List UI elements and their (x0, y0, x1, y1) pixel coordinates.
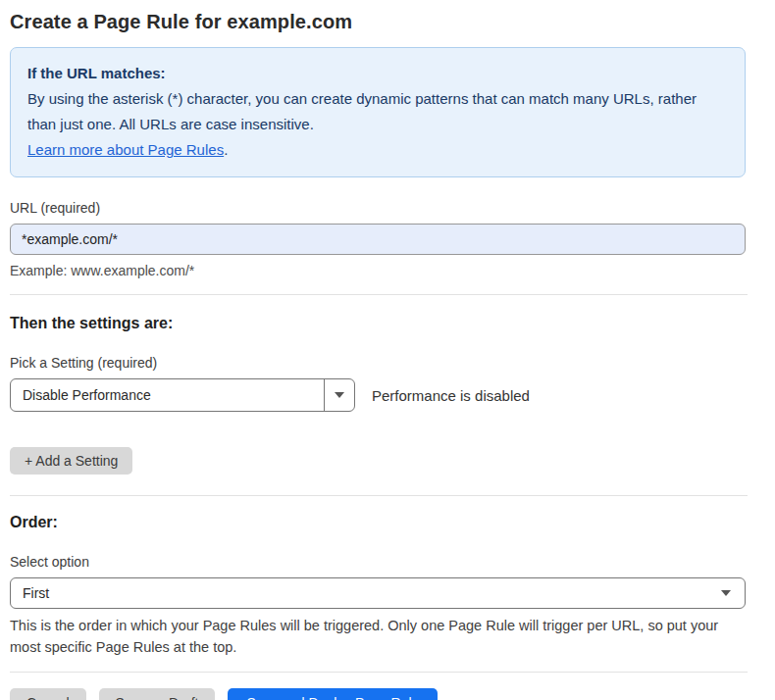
setting-status-text: Performance is disabled (372, 387, 530, 404)
footer-actions: Cancel Save as Draft Save and Deploy Pag… (10, 688, 746, 700)
setting-select-arrow-button[interactable] (324, 379, 354, 411)
add-setting-button[interactable]: + Add a Setting (10, 447, 132, 475)
url-example-text: Example: www.example.com/* (10, 263, 746, 278)
divider (10, 672, 748, 673)
divider (10, 495, 748, 496)
learn-more-link[interactable]: Learn more about Page Rules (27, 141, 224, 158)
url-input[interactable] (10, 224, 746, 255)
setting-select[interactable]: Disable Performance (10, 378, 355, 412)
order-select-label: Select option (10, 554, 746, 570)
info-box-link-line: Learn more about Page Rules. (27, 137, 728, 163)
save-and-deploy-button[interactable]: Save and Deploy Page Rule (228, 688, 438, 700)
url-field-label: URL (required) (10, 200, 746, 216)
setting-select-value: Disable Performance (11, 379, 324, 411)
page-title: Create a Page Rule for example.com (10, 11, 746, 33)
order-select-value: First (23, 585, 721, 601)
divider (10, 294, 748, 295)
cancel-button[interactable]: Cancel (10, 688, 86, 700)
link-suffix: . (224, 141, 228, 158)
settings-section-heading: Then the settings are: (10, 315, 746, 332)
chevron-down-icon (721, 590, 731, 596)
setting-picker-label: Pick a Setting (required) (10, 355, 746, 371)
order-help-text: This is the order in which your Page Rul… (10, 615, 744, 658)
save-as-draft-button[interactable]: Save as Draft (99, 688, 216, 700)
url-matches-info-box: If the URL matches: By using the asteris… (10, 47, 746, 177)
order-select[interactable]: First (10, 577, 746, 609)
info-box-heading: If the URL matches: (27, 61, 728, 86)
dropdown-arrow-icon (335, 392, 344, 398)
setting-row: Disable Performance Performance is disab… (10, 378, 746, 412)
order-section-heading: Order: (10, 514, 746, 531)
info-box-body: By using the asterisk (*) character, you… (27, 86, 728, 137)
page-rule-form: Create a Page Rule for example.com If th… (0, 0, 775, 700)
